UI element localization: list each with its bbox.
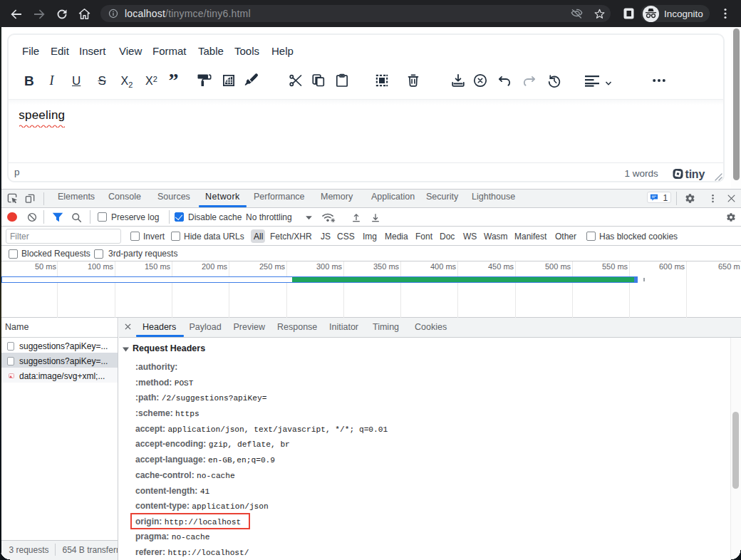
svg-text:tiny: tiny xyxy=(685,168,705,180)
